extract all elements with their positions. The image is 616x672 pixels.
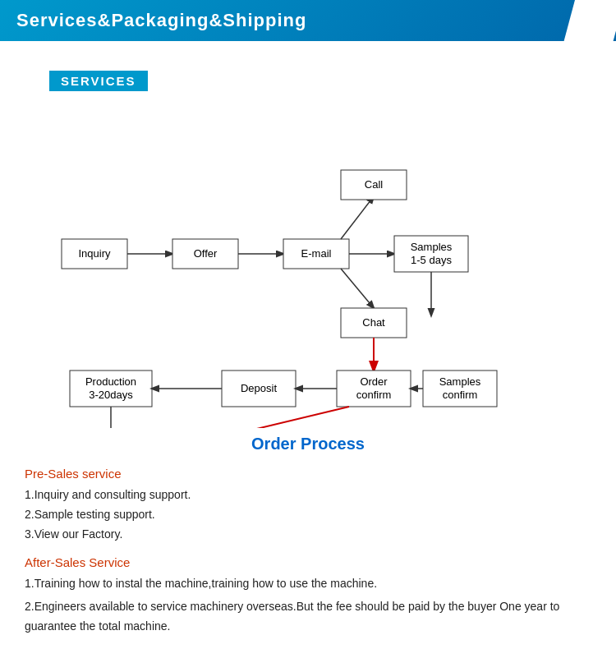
header-title: Services&Packaging&Shipping bbox=[16, 10, 306, 31]
order-confirm-label1: Order bbox=[360, 375, 388, 388]
after-sales-items: 1.Training how to instal the machine,tra… bbox=[25, 574, 591, 636]
pre-sales-title: Pre-Sales service bbox=[25, 467, 591, 481]
call-label: Call bbox=[365, 178, 384, 191]
production-label2: 3-20days bbox=[89, 389, 133, 401]
samples-confirm-label2: confirm bbox=[443, 389, 478, 401]
samples-confirm-label1: Samples bbox=[439, 375, 481, 388]
production-label1: Production bbox=[85, 375, 136, 388]
svg-line-9 bbox=[341, 269, 374, 308]
after-sales-title: After-Sales Service bbox=[25, 555, 591, 569]
samples-days-label2: 1-5 days bbox=[411, 254, 452, 266]
flow-diagram: Inquiry Offer E-mail Samples 1-5 days Ca… bbox=[21, 108, 595, 428]
offer-label: Offer bbox=[194, 247, 218, 260]
header-banner: Services&Packaging&Shipping bbox=[0, 0, 616, 41]
samples-days-label1: Samples bbox=[411, 241, 453, 253]
order-process-title: Order Process bbox=[0, 435, 616, 453]
services-label: SERVICES bbox=[49, 71, 148, 91]
svg-line-22 bbox=[164, 407, 349, 428]
order-confirm-label2: confirm bbox=[356, 389, 392, 401]
svg-line-7 bbox=[341, 196, 374, 239]
email-label: E-mail bbox=[301, 247, 332, 260]
pre-sales-items: 1.Inquiry and consulting support. 2.Samp… bbox=[25, 486, 591, 544]
chat-label: Chat bbox=[362, 316, 385, 329]
deposit-label: Deposit bbox=[241, 382, 277, 394]
inquiry-label: Inquiry bbox=[78, 247, 111, 260]
